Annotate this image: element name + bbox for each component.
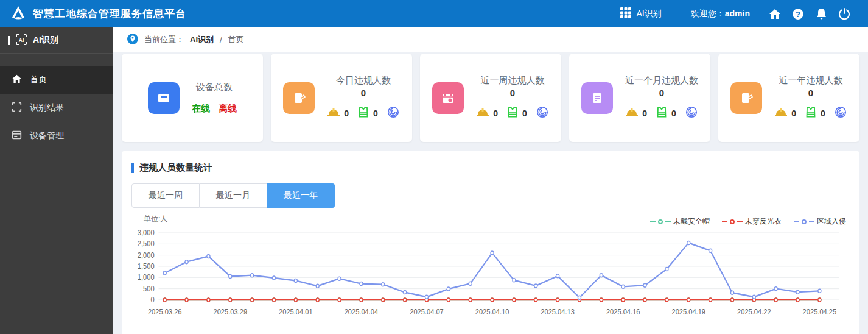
legend-item-intrusion[interactable]: 区域入侵 — [794, 216, 846, 227]
vest-count: 0 — [373, 108, 378, 118]
logo-icon — [10, 4, 27, 24]
svg-text:1,000: 1,000 — [138, 273, 155, 282]
offline-label: 离线 — [219, 103, 237, 115]
svg-text:3,000: 3,000 — [138, 228, 155, 237]
sidebar: AI AI识别 首页 识别结果 设备管理 — [0, 27, 113, 334]
svg-text:0: 0 — [150, 295, 154, 304]
stat-cards-row: 设备总数 在线 离线 今日违规人数 0 0 0 近一周 — [122, 54, 859, 142]
vest-icon — [805, 107, 817, 120]
legend-marker — [658, 219, 663, 224]
chart-area: 未戴安全帽 未穿反光衣 区域入侵 单位:人 05001,0001,5002,00… — [131, 214, 850, 319]
ai-scan-icon: AI — [15, 34, 27, 48]
legend-line — [650, 221, 656, 222]
svg-text:2025.04.19: 2025.04.19 — [671, 307, 705, 316]
legend-line — [737, 221, 743, 222]
sidebar-title: AI识别 — [33, 35, 58, 46]
intrusion-spiral-icon — [834, 105, 847, 121]
svg-text:2025.04.16: 2025.04.16 — [606, 307, 640, 316]
card-violations-today: 今日违规人数 0 0 0 — [271, 54, 412, 142]
svg-text:2025.04.22: 2025.04.22 — [737, 307, 771, 316]
helmet-count: 0 — [493, 108, 498, 118]
breadcrumb-separator: / — [220, 35, 222, 44]
power-icon[interactable] — [833, 8, 856, 20]
sidebar-header-mark — [8, 36, 10, 45]
svg-text:2025.04.04: 2025.04.04 — [345, 307, 379, 316]
vest-icon — [656, 107, 668, 120]
tab-last-year[interactable]: 最近一年 — [267, 183, 335, 208]
legend-label: 未戴安全帽 — [673, 216, 710, 227]
title-accent-bar — [131, 163, 134, 173]
card-value: 0 — [361, 88, 366, 98]
page-title: 智慧工地综合管理服务信息平台 — [33, 7, 186, 21]
sidebar-item-home[interactable]: 首页 — [0, 66, 113, 94]
device-icon — [12, 130, 22, 142]
legend-item-vest[interactable]: 未穿反光衣 — [722, 216, 782, 227]
sidebar-item-device-management[interactable]: 设备管理 — [0, 122, 113, 150]
calendar-icon — [432, 82, 464, 114]
intrusion-spiral-icon — [536, 105, 549, 121]
document-icon — [581, 82, 613, 114]
svg-text:2,000: 2,000 — [138, 250, 155, 260]
bell-icon[interactable] — [810, 8, 833, 20]
helmet-icon — [774, 107, 788, 119]
app-switch-button[interactable]: AI识别 — [620, 7, 662, 21]
card-violations-year: 近一年违规人数 0 0 0 — [718, 54, 859, 142]
sidebar-item-recognition-results[interactable]: 识别结果 — [0, 94, 113, 122]
legend-marker — [730, 219, 735, 224]
svg-text:2025.03.26: 2025.03.26 — [148, 307, 182, 316]
sidebar-item-label: 识别结果 — [30, 102, 64, 113]
report-icon — [730, 82, 762, 114]
help-icon[interactable]: ? — [786, 8, 810, 20]
username: admin — [725, 9, 750, 18]
svg-text:2025.03.29: 2025.03.29 — [214, 307, 248, 316]
svg-text:2025.04.13: 2025.04.13 — [541, 307, 575, 316]
report-icon — [283, 82, 315, 114]
svg-text:?: ? — [796, 9, 800, 18]
breadcrumb-current[interactable]: 首页 — [228, 34, 244, 45]
card-device-total: 设备总数 在线 离线 — [122, 54, 263, 142]
legend-line — [665, 221, 671, 222]
app-header: 智慧工地综合管理服务信息平台 AI识别 欢迎您：admin ? — [0, 0, 868, 27]
home-icon — [12, 74, 22, 86]
sidebar-item-label: 首页 — [30, 74, 47, 85]
breadcrumb-prefix: 当前位置： — [144, 34, 184, 45]
card-title: 设备总数 — [196, 82, 233, 93]
online-label: 在线 — [192, 103, 210, 115]
welcome-text: 欢迎您：admin — [691, 9, 750, 20]
helmet-icon — [625, 107, 639, 119]
helmet-count: 0 — [791, 108, 796, 118]
sidebar-item-label: 设备管理 — [30, 130, 64, 141]
legend-line — [722, 221, 727, 222]
vest-count: 0 — [671, 108, 676, 118]
helmet-count: 0 — [642, 108, 647, 118]
tab-last-month[interactable]: 最近一月 — [200, 183, 267, 208]
svg-text:2025.04.25: 2025.04.25 — [803, 307, 837, 316]
card-violations-month: 近一个月违规人数 0 0 0 — [569, 54, 710, 142]
brand: 智慧工地综合管理服务信息平台 — [10, 4, 186, 24]
svg-text:2,500: 2,500 — [138, 240, 155, 249]
vest-count: 0 — [522, 108, 527, 118]
legend-line — [794, 221, 799, 222]
scan-frame-icon — [12, 102, 22, 114]
card-value: 0 — [510, 88, 515, 98]
vest-icon — [357, 107, 369, 120]
chart-legend: 未戴安全帽 未穿反光衣 区域入侵 — [650, 216, 846, 227]
svg-text:2025.04.10: 2025.04.10 — [475, 307, 509, 316]
tab-last-week[interactable]: 最近一周 — [131, 183, 200, 208]
violation-stats-panel: 违规人员数量统计 最近一周 最近一月 最近一年 未戴安全帽 未穿反光衣 — [122, 151, 859, 334]
location-pin-icon — [127, 34, 138, 46]
violation-trend-chart: 05001,0001,5002,0002,5003,0002025.03.262… — [131, 228, 850, 319]
section-title: 违规人员数量统计 — [131, 162, 850, 174]
helmet-icon — [327, 107, 340, 119]
app-switch-label: AI识别 — [637, 9, 662, 20]
grid-menu-icon — [620, 7, 632, 21]
legend-item-helmet[interactable]: 未戴安全帽 — [650, 216, 710, 227]
home-icon[interactable] — [763, 8, 786, 20]
intrusion-spiral-icon — [685, 105, 698, 121]
card-value: 0 — [808, 88, 813, 98]
legend-marker — [802, 219, 807, 224]
card-title: 近一年违规人数 — [779, 75, 843, 87]
breadcrumb-root[interactable]: AI识别 — [190, 34, 214, 45]
time-range-tabs: 最近一周 最近一月 最近一年 — [131, 183, 335, 208]
svg-text:2025.04.07: 2025.04.07 — [410, 307, 444, 316]
